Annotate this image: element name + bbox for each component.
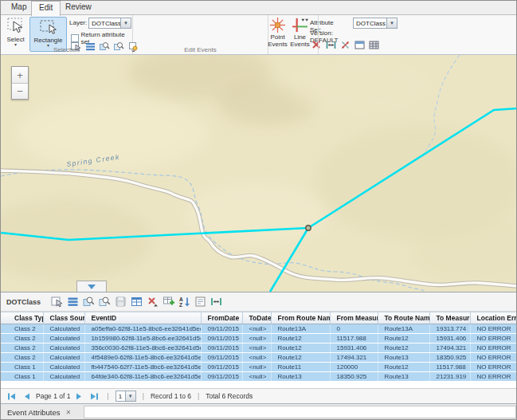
- table-cell[interactable]: 15931.406: [429, 334, 470, 343]
- event-attributes-tab[interactable]: Event Attributes ✕: [2, 406, 76, 419]
- table-cell[interactable]: Calculated: [43, 343, 84, 353]
- table-cell[interactable]: NO ERROR: [470, 363, 517, 372]
- table-cell[interactable]: NO ERROR: [470, 324, 517, 334]
- select-features-icon[interactable]: [50, 295, 64, 308]
- attribute-table-icon[interactable]: [130, 295, 143, 308]
- table-cell[interactable]: 21231.919: [429, 372, 470, 382]
- table-cell[interactable]: Class 2: [1, 334, 43, 343]
- tab-review[interactable]: Review: [58, 1, 99, 15]
- column-header[interactable]: ToDate: [242, 312, 271, 324]
- table-cell[interactable]: 09/11/2015: [201, 372, 242, 382]
- column-header[interactable]: To Measure: [429, 312, 470, 324]
- panel-collapse-tab[interactable]: [76, 281, 107, 292]
- column-header[interactable]: EventID: [84, 312, 201, 324]
- table-row[interactable]: Class 2Calculateda05effa0-62f8-11e5-8bc6…: [1, 324, 517, 334]
- tab-close-icon[interactable]: ✕: [66, 409, 72, 416]
- column-header[interactable]: To Route Name: [378, 312, 429, 324]
- table-cell[interactable]: 64fde340-62f8-11e5-8bc6-ee32641d5ec9: [84, 372, 201, 382]
- map-canvas[interactable]: Spring Creek + −: [1, 55, 517, 292]
- table-cell[interactable]: 15931.406: [330, 343, 378, 353]
- table-cell[interactable]: Calculated: [43, 353, 84, 363]
- attribute-set-combobox[interactable]: DOTClass ▼: [353, 18, 398, 29]
- table-cell[interactable]: Calculated: [43, 334, 84, 343]
- table-row[interactable]: Class 2Calculated356c0030-62f8-11e5-8bc6…: [1, 343, 517, 353]
- table-cell[interactable]: Route12: [271, 334, 330, 343]
- sort-icon[interactable]: AZ: [178, 295, 191, 308]
- table-row[interactable]: Class 1Calculated64fde340-62f8-11e5-8bc6…: [1, 372, 517, 382]
- table-cell[interactable]: 356c0030-62f8-11e5-8bc6-ee32641d5ec9: [84, 343, 201, 353]
- column-header[interactable]: Class Type: [1, 312, 43, 324]
- table-cell[interactable]: 1b159980-62f8-11e5-8bc6-ee32641d5ec9: [84, 334, 201, 343]
- column-header[interactable]: FromDate: [201, 312, 242, 324]
- table-cell[interactable]: 4f5489e0-62f8-11e5-8bc6-ee32641d5ec9: [84, 353, 201, 363]
- table-cell[interactable]: Route13: [378, 353, 429, 363]
- table-cell[interactable]: Route12: [378, 363, 429, 372]
- zoom-to-selection-icon[interactable]: [82, 295, 96, 308]
- table-cell[interactable]: Class 1: [1, 372, 43, 382]
- event-grid-icon[interactable]: [368, 39, 379, 50]
- table-cell[interactable]: <null>: [242, 372, 271, 382]
- fit-columns-icon[interactable]: [210, 295, 223, 308]
- table-row[interactable]: Class 2Calculated4f5489e0-62f8-11e5-8bc6…: [1, 353, 517, 363]
- table-cell[interactable]: 19313.774: [429, 324, 470, 334]
- table-cell[interactable]: Class 1: [1, 363, 43, 372]
- table-cell[interactable]: <null>: [242, 334, 271, 343]
- line-events-button[interactable]: Line Events: [289, 17, 311, 52]
- table-cell[interactable]: NO ERROR: [470, 353, 517, 363]
- table-cell[interactable]: fb447540-62f7-11e5-8bc6-ee32641d5ec9: [84, 363, 201, 372]
- table-cell[interactable]: Calculated: [43, 372, 84, 382]
- pan-to-selection-icon[interactable]: [98, 295, 112, 308]
- previous-page-icon[interactable]: [22, 392, 31, 401]
- table-cell[interactable]: Class 2: [1, 324, 43, 334]
- table-cell[interactable]: 18350.925: [429, 353, 470, 363]
- table-cell[interactable]: Route12: [271, 353, 330, 363]
- table-cell[interactable]: Route12: [271, 343, 330, 353]
- column-header[interactable]: Location Error: [470, 312, 517, 324]
- page-select-arrow-icon[interactable]: ▼: [125, 391, 135, 401]
- table-cell[interactable]: Route12: [378, 334, 429, 343]
- table-cell[interactable]: Route11: [271, 363, 330, 372]
- column-header[interactable]: From Route Name: [271, 312, 330, 324]
- table-cell[interactable]: Route13A: [271, 324, 330, 334]
- retire-event-icon[interactable]: [325, 39, 336, 50]
- next-page-icon[interactable]: [75, 392, 84, 401]
- table-cell[interactable]: 17494.321: [429, 343, 470, 353]
- first-page-icon[interactable]: [7, 392, 16, 401]
- table-cell[interactable]: <null>: [242, 343, 271, 353]
- tab-edit[interactable]: Edit: [31, 1, 61, 16]
- layer-combo-arrow-icon[interactable]: ▼: [120, 18, 131, 28]
- table-cell[interactable]: 0: [330, 324, 378, 334]
- table-cell[interactable]: 11517.988: [429, 363, 470, 372]
- column-header[interactable]: From Measure: [330, 312, 378, 324]
- table-cell[interactable]: Route13A: [378, 324, 429, 334]
- table-cell[interactable]: Route12: [378, 343, 429, 353]
- route-junction-marker[interactable]: [306, 226, 311, 230]
- page-select-combobox[interactable]: 1 ▼: [116, 391, 136, 402]
- table-cell[interactable]: Class 2: [1, 353, 43, 363]
- table-cell[interactable]: 09/11/2015: [201, 324, 242, 334]
- table-cell[interactable]: Class 2: [1, 343, 43, 353]
- reassign-route-icon[interactable]: [339, 39, 351, 50]
- zoom-in-button[interactable]: +: [12, 67, 28, 83]
- table-cell[interactable]: 18350.925: [330, 372, 378, 382]
- table-cell[interactable]: <null>: [242, 324, 271, 334]
- table-cell[interactable]: 09/11/2015: [201, 343, 242, 353]
- layer-combobox[interactable]: DOTClass ▼: [88, 18, 131, 29]
- delete-event-icon[interactable]: [146, 295, 159, 308]
- save-icon[interactable]: [114, 295, 127, 308]
- table-cell[interactable]: NO ERROR: [470, 372, 517, 382]
- event-window-icon[interactable]: [354, 39, 365, 50]
- table-cell[interactable]: NO ERROR: [470, 334, 517, 343]
- zoom-out-button[interactable]: −: [12, 83, 28, 99]
- table-row[interactable]: Class 1Calculatedfb447540-62f7-11e5-8bc6…: [1, 363, 517, 372]
- attribute-set-combo-arrow-icon[interactable]: ▼: [386, 18, 397, 28]
- table-cell[interactable]: Route13: [271, 372, 330, 382]
- table-cell[interactable]: 09/11/2015: [201, 334, 242, 343]
- table-cell[interactable]: 17494.321: [330, 353, 378, 363]
- form-view-icon[interactable]: [194, 295, 207, 308]
- tab-map[interactable]: Map: [4, 1, 33, 15]
- column-header[interactable]: Class Source: [43, 312, 84, 324]
- table-cell[interactable]: <null>: [242, 363, 271, 372]
- add-event-icon[interactable]: [162, 295, 175, 308]
- table-cell[interactable]: 11517.988: [330, 334, 378, 343]
